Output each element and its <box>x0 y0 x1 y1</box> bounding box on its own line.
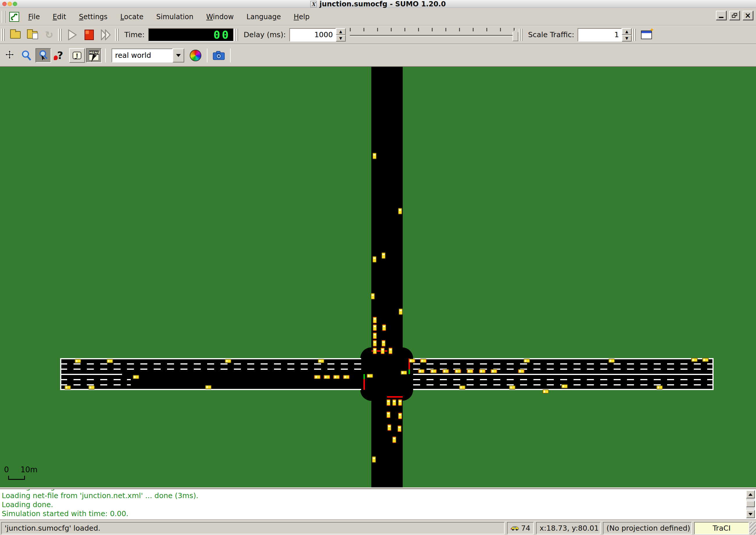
vehicle[interactable] <box>524 359 530 363</box>
run-button[interactable] <box>65 28 80 42</box>
menu-simulation[interactable]: Simulation <box>151 11 198 23</box>
vehicle[interactable] <box>382 252 386 259</box>
vehicle[interactable] <box>381 348 385 354</box>
vehicle[interactable] <box>371 293 375 299</box>
vehicle[interactable] <box>702 358 709 362</box>
menu-settings[interactable]: Settings <box>74 11 112 23</box>
delay-spinbox[interactable]: 1000 ▲ ▼ <box>289 28 346 42</box>
vehicle[interactable] <box>387 399 391 406</box>
help-button[interactable]: ? <box>52 48 68 63</box>
vehicle[interactable] <box>75 359 81 363</box>
delay-value-field[interactable]: 1000 <box>289 28 336 42</box>
vehicle[interactable] <box>382 324 386 331</box>
vehicle[interactable] <box>479 369 485 373</box>
vehicle[interactable] <box>372 456 376 463</box>
toolbar-grip[interactable] <box>58 29 62 41</box>
traffic-light-green[interactable] <box>409 369 410 374</box>
menu-edit[interactable]: Edit <box>48 11 71 23</box>
open-simulation-button[interactable] <box>8 28 23 42</box>
vehicle[interactable] <box>561 384 568 388</box>
vehicle[interactable] <box>398 399 402 406</box>
edit-coloring-button[interactable] <box>188 48 203 63</box>
vehicle[interactable] <box>656 385 663 389</box>
vehicle[interactable] <box>608 359 615 363</box>
screenshot-button[interactable] <box>211 48 227 63</box>
delay-spin-down[interactable]: ▼ <box>336 35 346 42</box>
toolbar-grip[interactable] <box>632 29 636 41</box>
scroll-up-button[interactable] <box>746 490 755 498</box>
vehicle[interactable] <box>398 413 402 419</box>
road-vertical[interactable] <box>371 67 403 487</box>
reload-button[interactable]: ↻ <box>41 28 57 42</box>
vehicle[interactable] <box>373 324 377 331</box>
traffic-light-red[interactable] <box>363 379 365 390</box>
menu-window[interactable]: Window <box>201 11 239 23</box>
vehicle[interactable] <box>65 385 71 389</box>
delay-slider[interactable] <box>350 27 518 42</box>
log-scrollbar[interactable] <box>746 490 755 518</box>
scrollbar-track[interactable] <box>746 498 755 510</box>
vehicle[interactable] <box>491 369 497 373</box>
vehicle[interactable] <box>133 375 139 379</box>
toolbar-grip[interactable] <box>115 29 119 41</box>
scale-spin-down[interactable]: ▼ <box>622 35 632 42</box>
vehicle[interactable] <box>373 348 377 354</box>
message-window-toggle[interactable]: ! <box>69 48 85 63</box>
open-additional-button[interactable] <box>24 28 40 42</box>
scale-traffic-field[interactable]: 1 <box>578 28 622 42</box>
minimize-button[interactable] <box>716 11 726 20</box>
delay-spin-up[interactable]: ▲ <box>336 28 346 35</box>
simulation-canvas[interactable]: 0 10m <box>0 67 756 487</box>
step-button[interactable] <box>98 28 114 42</box>
vehicle[interactable] <box>343 375 350 379</box>
menu-language[interactable]: Language <box>242 11 286 23</box>
scale-traffic-spinbox[interactable]: 1 ▲ ▼ <box>578 28 632 42</box>
vehicle[interactable] <box>401 371 407 375</box>
vehicle[interactable] <box>467 369 473 373</box>
vehicle[interactable] <box>373 332 377 339</box>
vehicle[interactable] <box>382 340 386 347</box>
resize-grip[interactable] <box>750 522 756 534</box>
vehicle[interactable] <box>373 317 377 323</box>
toolbar-grip[interactable] <box>519 29 522 41</box>
popup-menu-toggle[interactable]: MENU <box>86 48 102 63</box>
vehicle[interactable] <box>387 424 392 431</box>
toolbar-grip[interactable] <box>234 29 238 41</box>
vehicle[interactable] <box>314 375 320 379</box>
vehicle[interactable] <box>418 369 424 373</box>
vehicle[interactable] <box>367 374 373 378</box>
coloring-scheme-value[interactable]: real world <box>112 48 173 63</box>
menu-help[interactable]: Help <box>289 11 315 23</box>
recenter-view-button[interactable] <box>2 48 17 63</box>
vehicle[interactable] <box>397 426 401 432</box>
scrollbar-thumb[interactable] <box>746 501 755 507</box>
vehicle[interactable] <box>392 399 396 406</box>
vehicle[interactable] <box>372 153 377 159</box>
vehicle[interactable] <box>398 208 402 214</box>
vehicle[interactable] <box>430 369 437 373</box>
new-view-button[interactable] <box>639 28 654 42</box>
vehicle[interactable] <box>389 348 393 354</box>
vehicle[interactable] <box>318 359 324 363</box>
vehicle[interactable] <box>420 359 426 363</box>
toolbar-grip[interactable] <box>2 11 5 23</box>
vehicle[interactable] <box>205 385 212 389</box>
traffic-light-red[interactable] <box>387 396 403 398</box>
vehicle[interactable] <box>459 385 465 389</box>
traffic-light-green[interactable] <box>363 374 365 379</box>
toolbar-grip[interactable] <box>1 29 5 41</box>
vehicle[interactable] <box>392 436 396 443</box>
vehicle[interactable] <box>387 411 391 418</box>
scroll-down-button[interactable] <box>746 510 755 518</box>
message-log[interactable]: Loading configuration ... done.Loading n… <box>0 489 756 519</box>
vehicle[interactable] <box>409 359 415 363</box>
vehicle[interactable] <box>691 358 698 362</box>
zoom-style-button[interactable] <box>36 48 51 63</box>
coloring-scheme-combo[interactable]: real world <box>112 48 184 63</box>
vehicle[interactable] <box>542 389 549 394</box>
combo-dropdown-button[interactable] <box>173 48 184 63</box>
vehicle[interactable] <box>455 369 461 373</box>
vehicle[interactable] <box>333 375 340 379</box>
vehicle[interactable] <box>88 385 95 389</box>
vehicle[interactable] <box>372 256 377 263</box>
